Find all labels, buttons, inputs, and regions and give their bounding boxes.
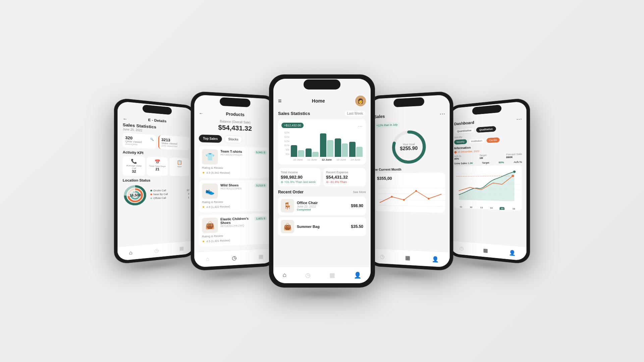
p2-tab-topsales[interactable]: Top Sales (199, 134, 222, 143)
p3-avatar[interactable]: 👩 (355, 96, 366, 106)
p5-gone-label: Gone Sales 1.2K (454, 162, 473, 165)
p2-product-3-info: Elastic Children's Shoes #8718391JHK1WQ (220, 217, 252, 228)
nav-home-icon[interactable]: ⌂ (129, 250, 132, 256)
nav-stats-icon-3[interactable]: ▦ (329, 272, 335, 279)
p3-menu-icon[interactable]: ≡ (278, 98, 282, 105)
phone-2-shadow (200, 269, 269, 280)
p2-product-2-reviews: 4.8 (1,422 Review) (206, 205, 230, 208)
p2-product-2-info: Wild Shoes #63782QJ23HE6 (220, 183, 252, 190)
p3-income-row: Total Income $98,982.90 ⊕ +31.9% Than la… (278, 168, 366, 186)
y-label-25k: $25k (281, 131, 289, 134)
p3-period[interactable]: Last Week (344, 110, 366, 117)
nav-chart-icon-3[interactable]: ◷ (305, 272, 311, 279)
p5-subtab-cardio[interactable]: Cardio (486, 137, 499, 143)
clipboard-icon: 📋 (171, 160, 187, 165)
svg-line-9 (377, 199, 445, 200)
p4-goal-num: $255.90 (400, 146, 418, 152)
nav-chart-icon-2[interactable]: ◷ (232, 254, 237, 261)
p2-product-1[interactable]: 👕 Team T-shirts #87365327HSDH 5,341 S Ra… (199, 146, 270, 178)
p3-total-income-num: $98,982.90 (281, 175, 318, 180)
onsite-label: Onsite Call (153, 189, 166, 192)
p3-bar-4-dark (335, 138, 341, 157)
p5-subtab-institution[interactable]: Institution (469, 138, 485, 144)
p3-chart-with-labels: $25k $20k $15k $10k $5k $1k (281, 130, 363, 161)
p2-product-2[interactable]: 👟 Wild Shoes #63782QJ23HE6 3,213 S Ratin… (199, 180, 270, 213)
p5-tab-qualitative[interactable]: Qualitative (476, 126, 496, 133)
p1-stat-qrw: 320 🔍 QRW Viewed 2min/QRW (123, 133, 156, 149)
nav-home-icon-2[interactable]: ⌂ (206, 256, 209, 262)
p3-bar-2-light (312, 152, 319, 157)
p5-more-icon[interactable]: ⋯ (516, 116, 522, 122)
nav-stats-icon-2[interactable]: ▦ (259, 253, 264, 260)
phone-2-wrapper: ← Products Balance (Overall Sale) $54,43… (191, 91, 277, 271)
p1-kpi-non-label: Non (171, 165, 187, 168)
screen-2: ← Products Balance (Overall Sale) $54,43… (194, 95, 274, 267)
p3-order-2[interactable]: 👜 Summer Bag $35.50 (278, 217, 366, 236)
phone-5-wrapper: Dashboard ⋯ Quantitative Qualitative Sor… (448, 98, 530, 264)
p4-xlabel-1: June 11 (388, 212, 395, 213)
p1-kpi-call: 📞 Average Daily Call 32 (123, 156, 145, 176)
p5-target-val: 1M (479, 157, 483, 159)
p5-subtab-weekly[interactable]: Weekly (454, 139, 467, 144)
nav-profile-icon-5[interactable]: 👤 (509, 249, 516, 256)
nav-home-icon-3[interactable]: ⌂ (283, 272, 286, 279)
p5-target-label: Target 1M (479, 154, 487, 160)
y-label-20k: $20k (281, 136, 289, 138)
p2-tab-stocks[interactable]: Stocks (224, 135, 243, 143)
offsite-dot (150, 197, 152, 199)
p5-ach-p-label: Ach.% (514, 161, 522, 164)
p3-chart-more[interactable]: ⋯ (358, 124, 363, 129)
y-label-10k: $10k (281, 144, 289, 146)
nav-back-icon-4[interactable]: ◷ (380, 253, 385, 260)
p3-y-axis: $25k $20k $15k $10k $5k $1k (281, 130, 289, 161)
phone-4-screen: Sales ⋯ +12% than in July Your Goal $255… (370, 95, 450, 267)
p5-tab-quantitative[interactable]: Quantitative (454, 127, 475, 134)
p4-more-icon[interactable]: ⋯ (439, 110, 445, 117)
p3-chart-area: +$12,432.00 ⋯ $25k $20k $15k $10k $5k $1… (278, 119, 366, 165)
nav-profile-icon-3[interactable]: 👤 (354, 272, 361, 279)
phone-1-screen: ← E - Details Sales Statistics June 25, … (117, 101, 194, 261)
dynamic-island-4 (393, 97, 424, 107)
y-label-5k: $5k (281, 148, 289, 151)
p3-bar-2-dark (306, 148, 312, 157)
svg-point-29 (513, 171, 516, 173)
p2-product-3-badge: 1,421 S (254, 216, 267, 221)
p3-order-1[interactable]: 🪑 Office Chair June 22, 2022 Completed $… (278, 196, 366, 215)
p5-title: Dashboard (454, 120, 474, 126)
p2-back-button[interactable]: ← (199, 111, 203, 116)
p3-bar-4-light (342, 143, 348, 157)
star-icon-2: ★ (202, 205, 205, 208)
svg-point-15 (428, 198, 430, 200)
phones-container: ← E - Details Sales Statistics June 25, … (102, 75, 542, 287)
p3-xlabel-3: 12 June (322, 158, 332, 161)
p3-order-2-info: Summer Bag (297, 225, 348, 229)
p3-expense-label: Recent Expense (326, 171, 363, 174)
nearby-label: Near By Call (153, 193, 168, 196)
p3-bargroup-3 (320, 133, 333, 157)
p3-order-2-img: 👜 (281, 220, 294, 233)
nav-stats-icon-5[interactable]: ▦ (483, 247, 488, 253)
nav-chart-icon[interactable]: ◷ (154, 247, 159, 254)
p5-day-13: 13Thu (480, 206, 483, 211)
nearby-dot (150, 194, 152, 195)
p1-location-content: Total 16,500 Calls Onsite Call 12 (123, 184, 190, 207)
p5-day-14: 14Fri (490, 207, 493, 211)
p2-product-3[interactable]: 👜 Elastic Children's Shoes #8718391JHK1W… (199, 213, 270, 247)
p1-navbar: ⌂ ◷ ▦ (117, 241, 194, 261)
p2-product-2-badge: 3,213 S (254, 183, 267, 187)
p3-section-title: Sales Statistics (278, 111, 310, 116)
p1-kpi-field-num: 21 (149, 167, 166, 171)
nav-chart-icon-5[interactable]: ◷ (460, 245, 464, 251)
p4-goal-circle: Your Goal $255.90 (391, 128, 428, 165)
nav-stats-icon-4[interactable]: ▦ (405, 254, 411, 261)
nav-profile-icon-4[interactable]: 👤 (432, 256, 439, 263)
offsite-count: 1 (188, 196, 189, 199)
p3-total-income-label: Total Income (281, 171, 318, 174)
p3-see-more[interactable]: See More (353, 190, 366, 194)
p4-line-chart: $355,00 (374, 173, 445, 213)
p1-back-button[interactable]: ← (123, 116, 128, 122)
p5-info-section: Information ⬤ 15 December, 2022 Ach.% 35… (454, 143, 522, 165)
p3-xlabel-5: 14 June (351, 158, 360, 161)
nav-stats-icon[interactable]: ▦ (179, 245, 184, 251)
p2-product-3-img: 👜 (202, 218, 218, 233)
